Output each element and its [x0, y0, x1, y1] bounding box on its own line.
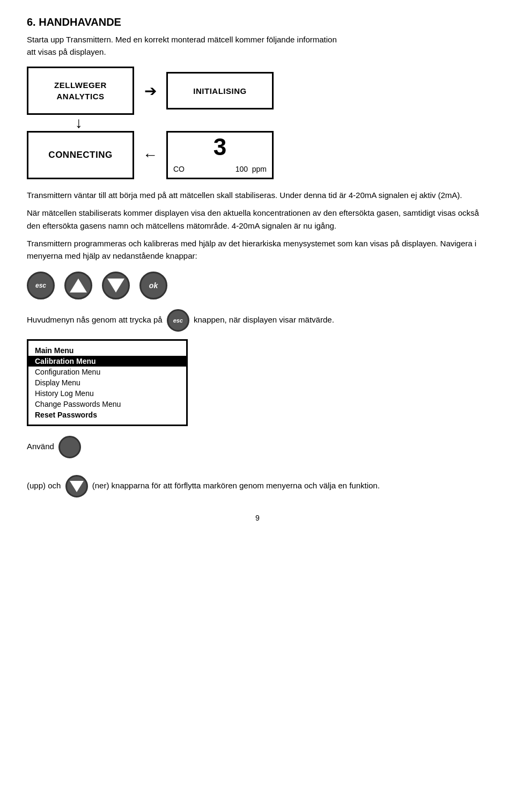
chapter-heading: 6. HANDHAVANDE	[27, 16, 488, 28]
page-number: 9	[27, 514, 488, 522]
menu-item-configuration: Configuration Menu	[28, 367, 186, 377]
main-menu-box: Main Menu Calibration Menu Configuration…	[27, 339, 188, 426]
down-button-illustration	[102, 272, 130, 299]
main-menu-intro: Huvudmenyn nås genom att trycka på esc k…	[27, 309, 488, 332]
arrow-down-1: ↓	[27, 114, 134, 131]
arrow-left-1: ←	[134, 147, 166, 164]
menu-item-changepasswords: Change Passwords Menu	[28, 399, 186, 409]
esc-inline-icon: esc	[167, 309, 189, 332]
esc-button-illustration: esc	[27, 272, 55, 299]
buttons-illustration: esc ok	[27, 272, 488, 299]
para1: Transmittern väntar till att börja med p…	[27, 189, 488, 201]
up-button-illustration	[64, 272, 92, 299]
menu-item-calibration: Calibration Menu	[28, 356, 186, 367]
display-connecting: CONNECTING	[27, 131, 134, 179]
display-zellweger: ZELLWEGER ANALYTICS	[27, 67, 134, 115]
para2: När mätcellen stabiliserats kommer displ…	[27, 207, 488, 232]
para3: Transmittern programmeras och kalibreras…	[27, 237, 488, 262]
up-inline-icon	[58, 436, 81, 458]
display-initialising: INITIALISING	[166, 72, 274, 109]
display-diagram: ZELLWEGER ANALYTICS ➔ INITIALISING ↓ CON…	[27, 67, 488, 179]
ok-button-illustration: ok	[139, 272, 167, 299]
display-measurement: 3 CO 100 ppm	[166, 131, 274, 179]
arrow-right-1: ➔	[134, 82, 166, 100]
menu-item-display: Display Menu	[28, 377, 186, 388]
intro-text: Starta upp Transmittern. Med en korrekt …	[27, 34, 488, 58]
down-inline-icon	[65, 475, 88, 498]
footer-para: Använd	[27, 436, 488, 458]
menu-title: Main Menu	[28, 345, 186, 356]
menu-item-resetpasswords: Reset Passwords	[28, 409, 186, 420]
menu-item-history: History Log Menu	[28, 388, 186, 399]
